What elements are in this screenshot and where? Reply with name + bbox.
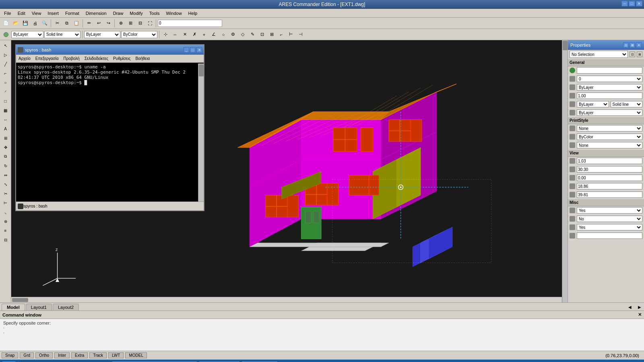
new-button[interactable]: 📄 (2, 19, 10, 28)
fillet-tool[interactable]: ◟ (1, 208, 10, 216)
zoom-in-button[interactable]: ⊞ (126, 19, 135, 28)
menu-format[interactable]: Format (62, 9, 83, 17)
rotate-tool[interactable]: ↻ (1, 161, 10, 170)
ps2-select[interactable]: ByColor (577, 134, 642, 140)
menu-edit[interactable]: Edit (14, 9, 29, 17)
ps1-select[interactable]: None (577, 125, 642, 132)
block-tool[interactable]: ⊞ (1, 134, 10, 142)
linetype-select[interactable]: ByLayer (577, 101, 609, 107)
terminal-close[interactable]: ✕ (196, 47, 202, 53)
move-icon[interactable]: ↔ (171, 30, 180, 39)
scale-tool[interactable]: ⤡ (1, 180, 10, 189)
canvas-area[interactable]: spyros : bash _ □ ✕ Αρχείο Επεξεργασία Π… (11, 40, 568, 302)
linetype-style-select[interactable]: Solid line (611, 101, 643, 107)
misc2-select[interactable]: No (577, 216, 642, 222)
vertical-scrollbar[interactable] (562, 40, 568, 302)
scale-input[interactable]: 1.00 (577, 93, 642, 99)
snap2-icon[interactable]: ⊞ (267, 30, 276, 39)
terminal-scrollbar[interactable] (198, 64, 204, 202)
dim-tool[interactable]: ↔ (1, 115, 10, 124)
tab-model[interactable]: Model (2, 304, 25, 311)
polyline-tool[interactable]: ⌐ (1, 69, 10, 78)
x-icon[interactable]: ✗ (190, 30, 199, 39)
print-button[interactable]: 🖨 (31, 19, 39, 28)
minimize-button[interactable]: ─ (621, 1, 628, 6)
track-button[interactable]: Track (89, 352, 107, 358)
menu-modify[interactable]: Modify (126, 9, 146, 17)
snap-icon[interactable]: ⊹ (161, 30, 170, 39)
terminal-minimize[interactable]: _ (184, 47, 189, 53)
grd-button[interactable]: Grd (20, 352, 34, 358)
model-button[interactable]: MODEL (125, 352, 147, 358)
view1-input[interactable]: 1.03 (577, 158, 642, 164)
terminal-menu-file[interactable]: Αρχείο (16, 56, 33, 62)
menu-view[interactable]: View (29, 9, 45, 17)
align-icon[interactable]: ⊣ (296, 30, 305, 39)
gear-icon[interactable]: ⚙ (229, 30, 237, 39)
solid-line-select[interactable]: Solid line (44, 31, 80, 38)
node-icon[interactable]: ⊡ (258, 30, 266, 39)
cut-button[interactable]: ✂ (53, 19, 62, 28)
color-input[interactable] (577, 67, 642, 74)
diamond-icon[interactable]: ◇ (238, 30, 247, 39)
layer-select[interactable]: 0 (577, 76, 642, 82)
properties-tool[interactable]: ⊟ (1, 235, 10, 244)
trim-icon[interactable]: ⌐ (277, 30, 286, 39)
close-button[interactable]: ✕ (636, 1, 642, 6)
bylayer-select1[interactable]: ByLayer (11, 31, 43, 38)
arrow-tool[interactable]: ↖ (1, 41, 10, 50)
inter-button[interactable]: Inter (54, 352, 70, 358)
move-tool[interactable]: ✥ (1, 143, 10, 152)
color-circle-btn[interactable] (2, 30, 10, 39)
hatch-tool[interactable]: ▦ (1, 106, 10, 115)
copy-tool[interactable]: ⧉ (1, 152, 10, 161)
plus-icon[interactable]: + (200, 30, 208, 39)
selection-btn2[interactable]: ⊞ (637, 51, 642, 57)
view3-input[interactable]: 0.00 (577, 175, 642, 181)
terminal-menu-edit[interactable]: Επεξεργασία (33, 56, 61, 62)
terminal-content[interactable]: spyros@spyros-desktop:~$ uname -a Linux … (16, 63, 204, 202)
terminal-menu-settings[interactable]: Ρυθμίσεις (111, 56, 133, 62)
draw-button[interactable]: ✏ (85, 19, 93, 28)
terminal-maximize[interactable]: □ (190, 47, 196, 53)
lwt-button[interactable]: LWT (108, 352, 124, 358)
ps3-select[interactable]: None (577, 142, 642, 148)
panel-close[interactable]: ✕ (636, 42, 642, 48)
fit-button[interactable]: ⛶ (145, 19, 154, 28)
bylayer-select2[interactable]: ByLayer (84, 31, 120, 38)
open-button[interactable]: 📂 (11, 19, 20, 28)
menu-window[interactable]: Window (163, 9, 185, 17)
tab-layout2[interactable]: Layout2 (53, 304, 79, 311)
arc-tool[interactable]: ◜ (1, 87, 10, 96)
tab-scroll-right[interactable]: ▶ (635, 303, 644, 311)
menu-insert[interactable]: Insert (44, 9, 62, 17)
angle-icon[interactable]: ∠ (209, 30, 218, 39)
save-button[interactable]: 💾 (21, 19, 30, 28)
terminal-titlebar[interactable]: spyros : bash _ □ ✕ (16, 45, 204, 55)
circle-icon[interactable]: ○ (219, 30, 228, 39)
rect-tool[interactable]: □ (1, 97, 10, 105)
layer-tool[interactable]: ≡ (1, 226, 10, 235)
layer-input[interactable]: 0 (158, 20, 222, 27)
terminal-menu-help[interactable]: Βοήθεια (133, 56, 152, 62)
explode-tool[interactable]: ⊛ (1, 217, 10, 226)
terminal-menu-view[interactable]: Προβολή (61, 56, 82, 62)
menu-draw[interactable]: Draw (110, 9, 127, 17)
view4-input[interactable]: 18.86 (577, 183, 642, 189)
tab-layout1[interactable]: Layout1 (26, 304, 52, 311)
snap-button[interactable]: Snap (2, 352, 18, 358)
menu-tools[interactable]: Tools (146, 9, 163, 17)
extra-button[interactable]: Extra (71, 352, 88, 358)
paste-button[interactable]: 📋 (72, 19, 81, 28)
line-tool[interactable]: ╱ (1, 60, 10, 68)
panel-btn1[interactable]: ⊡ (623, 42, 629, 48)
copy-button[interactable]: ⧉ (62, 19, 71, 28)
menu-help[interactable]: Help (185, 9, 201, 17)
panel-btn2[interactable]: ⊠ (630, 42, 635, 48)
circle-tool[interactable]: ○ (1, 78, 10, 87)
extend-tool[interactable]: ⊢ (1, 198, 10, 207)
command-close-icon[interactable]: ✕ (638, 312, 642, 317)
extend-icon[interactable]: ⊢ (287, 30, 295, 39)
menu-file[interactable]: File (1, 9, 14, 17)
text-tool[interactable]: A (1, 124, 10, 133)
